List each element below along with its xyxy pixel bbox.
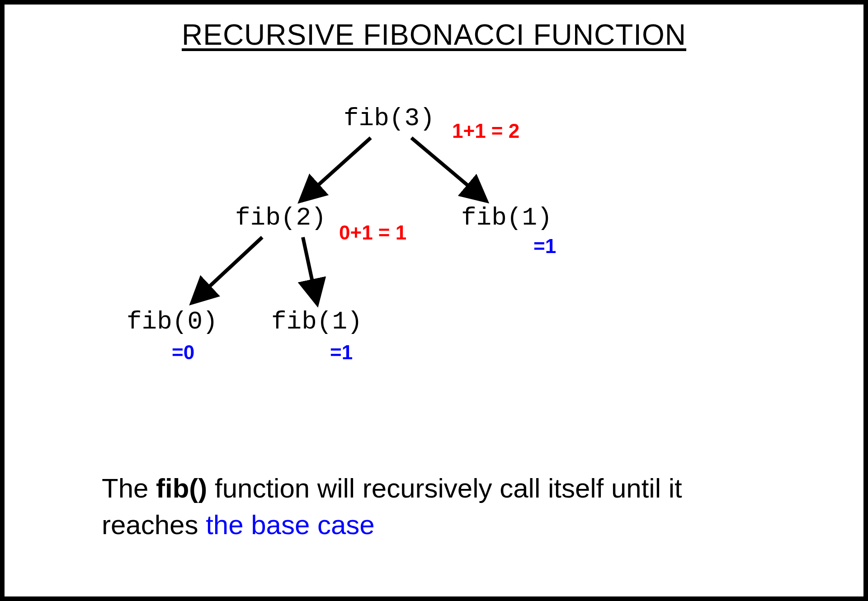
anno-eq-fib0: =0 bbox=[172, 341, 194, 364]
diagram-frame: RECURSIVE FIBONACCI FUNCTION fib(3) fib(… bbox=[0, 0, 868, 601]
node-fib1-right: fib(1) bbox=[461, 203, 552, 232]
anno-eq-fib1-right: =1 bbox=[533, 235, 556, 258]
node-fib1-left: fib(1) bbox=[271, 307, 363, 336]
node-fib2: fib(2) bbox=[235, 203, 326, 232]
caption-text: The fib() function will recursively call… bbox=[102, 470, 780, 543]
node-fib3: fib(3) bbox=[344, 104, 435, 133]
caption-blue: the base case bbox=[206, 510, 375, 540]
anno-sum-fib3: 1+1 = 2 bbox=[452, 120, 519, 142]
diagram-title: RECURSIVE FIBONACCI FUNCTION bbox=[182, 18, 686, 52]
node-fib0: fib(0) bbox=[127, 307, 218, 336]
caption-part1: The bbox=[102, 473, 156, 503]
svg-line-0 bbox=[303, 138, 371, 199]
anno-sum-fib2: 0+1 = 1 bbox=[339, 221, 406, 244]
anno-eq-fib1-left: =1 bbox=[330, 341, 353, 364]
svg-line-2 bbox=[194, 237, 262, 300]
caption-bold: fib() bbox=[156, 473, 207, 503]
svg-line-1 bbox=[411, 138, 484, 199]
svg-line-3 bbox=[303, 237, 316, 300]
